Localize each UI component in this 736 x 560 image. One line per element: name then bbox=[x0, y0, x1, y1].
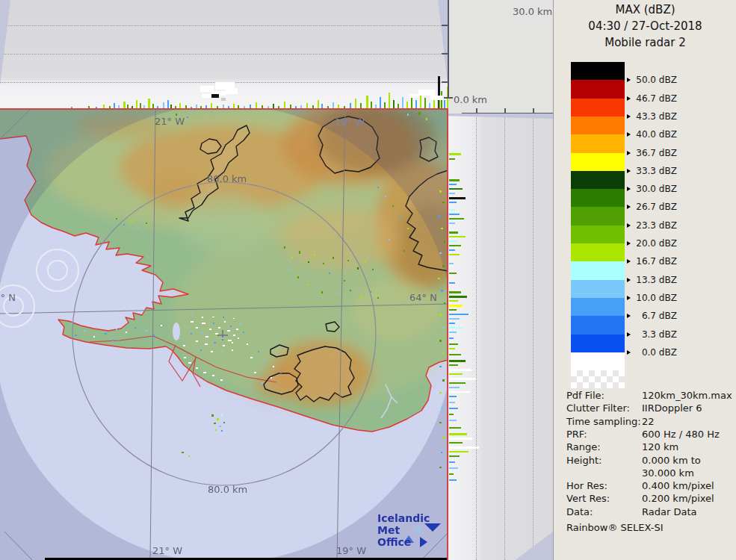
radar-echo bbox=[191, 321, 194, 323]
radar-echo bbox=[449, 414, 454, 415]
ruler-tick bbox=[444, 97, 453, 99]
radar-echo bbox=[449, 158, 455, 160]
radar-echo bbox=[247, 343, 248, 345]
right-echo-layer bbox=[448, 113, 553, 560]
radar-echo bbox=[449, 408, 458, 409]
ruler-tick bbox=[442, 25, 448, 26]
radar-echo bbox=[223, 422, 225, 423]
radar-echo bbox=[220, 379, 223, 381]
radar-echo bbox=[449, 296, 467, 298]
radar-echo bbox=[230, 326, 232, 327]
radar-echo bbox=[217, 418, 219, 420]
metadata-row: Clutter Filter:IIRDoppler 6 bbox=[566, 402, 731, 414]
radar-echo bbox=[228, 340, 232, 341]
radar-echo bbox=[218, 327, 220, 329]
radar-echo bbox=[449, 442, 463, 444]
radar-echo bbox=[442, 202, 445, 203]
radar-echo bbox=[441, 228, 443, 229]
radar-echo bbox=[442, 327, 445, 329]
scan-metadata: Pdf File:120km_30km.maxClutter Filter:II… bbox=[554, 0, 736, 560]
radar-echo bbox=[365, 261, 366, 263]
info-panel: MAX (dBZ) 04:30 / 27-Oct-2018 Mobile rad… bbox=[553, 0, 736, 560]
radar-echo bbox=[71, 323, 72, 324]
radar-echo bbox=[291, 257, 293, 258]
radar-echo bbox=[221, 337, 223, 339]
radar-echo bbox=[389, 239, 390, 240]
radar-echo bbox=[442, 352, 444, 354]
radar-echo bbox=[116, 218, 117, 220]
radar-echo bbox=[418, 112, 421, 115]
radar-echo bbox=[350, 290, 351, 291]
metadata-label: Pdf File: bbox=[566, 390, 604, 401]
map-label: 64° N bbox=[409, 292, 437, 303]
metadata-row: Vert Res:0.200 km/pixel bbox=[566, 493, 731, 504]
radar-echo bbox=[148, 99, 150, 109]
radar-echo bbox=[131, 220, 132, 223]
metadata-value: 600 Hz / 480 Hz bbox=[642, 429, 720, 440]
radar-echo bbox=[200, 332, 202, 333]
radar-echo bbox=[112, 340, 114, 341]
metadata-value: 0.000 km to bbox=[642, 455, 701, 466]
radar-echo bbox=[126, 332, 127, 333]
radar-echo bbox=[449, 153, 461, 155]
metadata-value: 0.400 km/pixel bbox=[642, 480, 714, 491]
map-top-border bbox=[0, 108, 448, 110]
radar-echo bbox=[449, 364, 458, 366]
radar-echo bbox=[360, 296, 362, 298]
radar-echo bbox=[212, 317, 214, 317]
radar-echo bbox=[138, 228, 140, 229]
radar-echo bbox=[439, 190, 442, 193]
radar-echo bbox=[212, 375, 214, 376]
radar-echo bbox=[370, 291, 371, 293]
radar-echo bbox=[449, 197, 466, 199]
radar-echo bbox=[306, 284, 308, 285]
radar-echo bbox=[202, 317, 203, 318]
radar-echo bbox=[449, 209, 455, 211]
radar-echo bbox=[449, 184, 457, 185]
right-cross-section-panel[interactable] bbox=[448, 113, 553, 560]
radar-echo bbox=[182, 452, 184, 453]
radar-echo bbox=[188, 455, 190, 457]
radar-echo bbox=[449, 218, 464, 220]
radar-echo bbox=[380, 97, 381, 109]
ruler-tick bbox=[442, 53, 448, 55]
radar-echo bbox=[221, 351, 223, 352]
map-label: 19° W bbox=[336, 545, 366, 556]
radar-echo bbox=[262, 382, 263, 384]
radar-echo bbox=[187, 327, 188, 329]
top-cross-section-panel[interactable] bbox=[0, 0, 448, 110]
radar-echo bbox=[323, 263, 324, 264]
radar-echo bbox=[392, 205, 394, 207]
map-label: 64° N bbox=[0, 292, 16, 303]
radar-echo bbox=[449, 420, 457, 421]
radar-echo bbox=[153, 335, 155, 336]
radar-echo bbox=[449, 391, 470, 393]
zero-height-label: 0.0 km bbox=[454, 94, 487, 105]
radar-echo bbox=[211, 414, 214, 417]
radar-echo bbox=[219, 426, 221, 427]
metadata-row: Height:0.000 km to bbox=[566, 455, 731, 466]
metadata-value: 0.200 km/pixel bbox=[642, 493, 714, 504]
radar-echo bbox=[123, 224, 125, 225]
radar-echo bbox=[221, 430, 223, 432]
radar-echo bbox=[340, 266, 341, 267]
radar-echo bbox=[385, 196, 386, 197]
map-view[interactable]: Icelandic Met Office 21° W19° W80.0 km64… bbox=[0, 110, 448, 560]
radar-echo bbox=[93, 336, 95, 337]
radar-echo bbox=[214, 342, 216, 343]
radar-echo bbox=[336, 293, 338, 294]
radar-echo bbox=[449, 254, 460, 255]
radar-echo bbox=[449, 314, 468, 315]
radar-echo bbox=[441, 407, 443, 409]
radar-echo bbox=[299, 251, 300, 254]
radar-echo bbox=[439, 252, 442, 254]
radar-echo bbox=[308, 261, 309, 263]
met-office-logo: Icelandic Met Office bbox=[377, 512, 448, 548]
radar-echo bbox=[444, 240, 445, 243]
metadata-label: Vert Res: bbox=[566, 493, 610, 504]
metadata-label: PRF: bbox=[566, 429, 587, 440]
radar-echo bbox=[449, 343, 458, 345]
radar-echo bbox=[196, 327, 198, 329]
radar-echo bbox=[426, 118, 427, 120]
radar-echo bbox=[188, 362, 191, 364]
